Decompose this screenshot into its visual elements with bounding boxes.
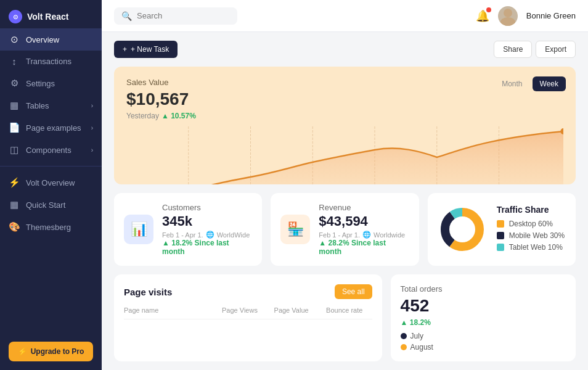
action-right: Share Export <box>494 41 576 58</box>
sidebar-item-themesberg[interactable]: 🎨 Themesberg <box>0 216 102 238</box>
globe-icon: 🌐 <box>362 231 371 239</box>
page-visits-header: Page visits See all <box>124 284 372 299</box>
plus-icon: + <box>123 45 127 54</box>
traffic-title: Traffic Share <box>497 205 566 215</box>
sidebar-item-label: Components <box>26 146 71 155</box>
col-page-name: Page name <box>124 306 216 314</box>
nav-divider <box>0 166 102 166</box>
orders-legend-august: August <box>401 343 566 352</box>
search-icon: 🔍 <box>121 11 132 21</box>
main-content: 🔍 🔔 Bonnie Green + + New Task Share Expo… <box>102 0 588 370</box>
sidebar-item-overview[interactable]: ⊙ Overview <box>0 28 102 51</box>
search-box[interactable]: 🔍 <box>114 7 237 25</box>
customers-info: Customers 345k Feb 1 - Apr 1. 🌐 WorldWid… <box>162 203 252 256</box>
customers-card: 📊 Customers 345k Feb 1 - Apr 1. 🌐 WorldW… <box>114 193 262 266</box>
tablet-label: Tablet Web 10% <box>509 243 563 252</box>
sidebar-item-settings[interactable]: ⚙ Settings <box>0 72 102 94</box>
svg-point-0 <box>504 9 512 17</box>
col-page-value: Page Value <box>274 306 321 314</box>
export-button[interactable]: Export <box>536 41 576 58</box>
settings-icon: ⚙ <box>9 78 20 89</box>
revenue-icon-box: 🏪 <box>280 215 310 244</box>
page-visits-title: Page visits <box>124 287 172 297</box>
page-visits-card: Page visits See all Page name Page Views… <box>114 274 382 361</box>
volt-icon: ⚡ <box>9 177 20 188</box>
see-all-button[interactable]: See all <box>335 284 372 299</box>
month-button[interactable]: Month <box>494 76 529 91</box>
sales-value: $10,567 <box>126 89 563 109</box>
sidebar-item-label: Overview <box>26 35 59 44</box>
customers-icon-box: 📊 <box>124 215 153 244</box>
july-dot <box>401 333 407 339</box>
stats-cards-row: 📊 Customers 345k Feb 1 - Apr 1. 🌐 WorldW… <box>114 193 576 266</box>
sidebar-item-volt-overview[interactable]: ⚡ Volt Overview <box>0 171 102 194</box>
traffic-card: Traffic Share Desktop 60% Mobile Web 30%… <box>428 193 576 266</box>
quick-start-icon: ▦ <box>9 199 20 210</box>
total-orders-card: Total orders 452 ▲ 18.2% July August <box>391 274 576 361</box>
desktop-label: Desktop 60% <box>509 220 553 228</box>
themesberg-icon: 🎨 <box>9 221 20 232</box>
sidebar-brand: ⊙ Volt React <box>0 0 102 28</box>
user-name: Bonnie Green <box>526 11 576 20</box>
desktop-dot <box>497 220 504 228</box>
sidebar-item-tables[interactable]: ▦ Tables › <box>0 94 102 117</box>
sales-chart: Mon Tue Wed Thu Fri Sat Sun <box>126 126 563 184</box>
sidebar-item-label: Tables <box>26 101 49 110</box>
sidebar-item-label: Page examples <box>26 123 81 133</box>
sidebar-item-page-examples[interactable]: 📄 Page examples › <box>0 117 102 139</box>
upgrade-label: Upgrade to Pro <box>31 347 84 356</box>
revenue-icon: 🏪 <box>287 221 304 237</box>
customers-world: WorldWide <box>217 231 250 239</box>
globe-icon: 🌐 <box>206 231 214 239</box>
page-examples-icon: 📄 <box>9 122 20 133</box>
customers-sub: Feb 1 - Apr 1. 🌐 WorldWide <box>162 231 252 239</box>
sidebar-item-label: Volt Overview <box>26 178 75 187</box>
svg-point-1 <box>500 17 515 26</box>
avatar <box>498 6 518 26</box>
revenue-period: Feb 1 - Apr 1. <box>319 231 360 239</box>
topbar: 🔍 🔔 Bonnie Green <box>102 0 588 32</box>
new-task-button[interactable]: + + New Task <box>114 41 178 58</box>
customers-label: Customers <box>162 203 252 212</box>
notification-bell[interactable]: 🔔 <box>476 9 489 23</box>
period-buttons: Month Week <box>494 76 566 91</box>
revenue-sub: Feb 1 - Apr 1. 🌐 Worldwide <box>319 231 409 239</box>
svg-point-19 <box>450 217 475 242</box>
orders-change: ▲ 18.2% <box>401 318 566 327</box>
tablet-dot <box>497 244 504 251</box>
notification-badge <box>486 7 491 12</box>
sidebar-nav: ⊙ Overview ↕ Transactions ⚙ Settings ▦ T… <box>0 28 102 238</box>
upgrade-button[interactable]: ⚡ Upgrade to Pro <box>9 342 93 361</box>
customers-change: ▲ 18.2% Since last month <box>162 239 252 256</box>
revenue-change: ▲ 28.2% Since last month <box>319 239 409 256</box>
search-input[interactable] <box>137 11 229 20</box>
mobile-label: Mobile Web 30% <box>509 231 565 240</box>
sidebar-item-components[interactable]: ◫ Components › <box>0 139 102 161</box>
sales-subtitle: Yesterday ▲ 10.57% <box>126 112 563 120</box>
share-button[interactable]: Share <box>494 41 532 58</box>
topbar-right: 🔔 Bonnie Green <box>476 6 576 26</box>
action-bar: + + New Task Share Export <box>114 41 576 58</box>
traffic-legend-tablet: Tablet Web 10% <box>497 243 566 252</box>
sidebar-item-label: Settings <box>26 79 55 88</box>
week-button[interactable]: Week <box>533 76 566 91</box>
tables-icon: ▦ <box>9 100 20 111</box>
orders-title: Total orders <box>401 284 566 294</box>
chevron-right-icon: › <box>91 125 93 131</box>
new-task-label: + New Task <box>131 45 169 54</box>
sidebar: ⊙ Volt React ⊙ Overview ↕ Transactions ⚙… <box>0 0 102 370</box>
revenue-value: $43,594 <box>319 213 409 229</box>
sales-chart-card: Month Week Sales Value $10,567 Yesterday… <box>114 67 576 184</box>
transactions-icon: ↕ <box>9 56 20 67</box>
customers-value: 345k <box>162 213 252 229</box>
july-label: July <box>410 332 423 340</box>
chevron-right-icon: › <box>91 102 93 109</box>
august-label: August <box>410 343 433 352</box>
sidebar-bottom: ⚡ Upgrade to Pro <box>0 333 102 370</box>
sidebar-item-quick-start[interactable]: ▦ Quick Start <box>0 194 102 216</box>
orders-value: 452 <box>401 296 566 316</box>
august-dot <box>401 344 407 350</box>
orders-legend-july: July <box>401 332 566 340</box>
sidebar-item-transactions[interactable]: ↕ Transactions <box>0 51 102 72</box>
revenue-info: Revenue $43,594 Feb 1 - Apr 1. 🌐 Worldwi… <box>319 203 409 256</box>
